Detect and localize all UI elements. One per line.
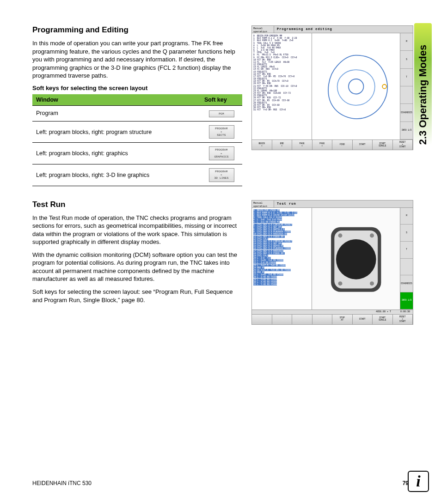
softkey-sects[interactable]: PROGRAM + SECTS	[209, 125, 234, 139]
scr-program-listing: 0 BEGIN PGM 17000 MM 1 BLK FORM 0.1 Z X-…	[252, 208, 312, 310]
svg-point-5	[338, 233, 342, 237]
svg-point-1	[382, 84, 386, 88]
scr-softkey-row: STOP AT START START SINGLE RESET + START	[252, 314, 413, 324]
sk-2[interactable]	[272, 315, 293, 324]
scr-btn-blank[interactable]	[400, 86, 413, 104]
scr-btn-blank[interactable]	[400, 259, 413, 276]
cell-window: Left: program blocks, right: 3-D line gr…	[32, 164, 201, 186]
scr-btn-m[interactable]: M	[400, 208, 413, 225]
cell-window: Left: program blocks, right: graphics	[32, 143, 201, 164]
footer-product: HEIDENHAIN iTNC 530	[32, 480, 92, 486]
heading-programming: Programming and Editing	[32, 25, 242, 35]
sk-startsingle[interactable]: START SINGLE	[373, 315, 393, 324]
scr-btn-info[interactable]: INFO 1/3	[400, 122, 413, 140]
scr-title: Programming and editing	[274, 26, 413, 33]
svg-point-4	[336, 239, 376, 279]
cell-window: Left: program blocks, right: program str…	[32, 121, 201, 143]
screenshot-testrun: Manual operation Test run 0 BEGIN PGM 17…	[251, 200, 413, 325]
th-softkey: Soft key	[201, 94, 242, 106]
sk-3[interactable]	[292, 315, 312, 324]
sk-end[interactable]: END ⬇	[272, 140, 293, 150]
sk-4[interactable]	[312, 315, 333, 324]
scr-sidebar: M S T DIAGNOSIS INFO 1/3	[400, 33, 413, 140]
sk-pageup[interactable]: PAGE ⬆	[292, 140, 312, 150]
scr-softkey-row: BEGIN ⬆ END ⬇ PAGE ⬆ PAGE ⬇ FIND START S…	[252, 140, 413, 150]
sk-start[interactable]: START	[353, 140, 373, 150]
table-row: Program PGM	[32, 105, 242, 121]
svg-point-7	[338, 281, 342, 285]
svg-point-6	[370, 233, 374, 237]
scr-program-listing: 0 BEGIN PGM EM0SEFK MM 1 BLK FORM 0.1 Z …	[252, 33, 312, 140]
sk-start[interactable]: START	[353, 315, 373, 324]
section-tab-label: 2.3 Operating Modes	[417, 45, 429, 145]
svg-point-8	[370, 281, 374, 285]
para-testrun-3: Soft keys for selecting the screen layou…	[32, 288, 242, 304]
scr-toolpath-graphic	[312, 33, 400, 140]
scr-btn-t[interactable]: T	[400, 69, 413, 86]
softkey-table: Window Soft key Program PGM Left: progra…	[32, 94, 242, 186]
sk-find[interactable]: FIND	[332, 140, 353, 150]
svg-point-0	[349, 79, 363, 94]
section-tab: 2.3 Operating Modes	[414, 23, 432, 166]
scr-3d-graphic	[312, 208, 400, 310]
section-testrun: Test Run In the Test Run mode of operati…	[32, 200, 413, 325]
cell-window: Program	[32, 105, 201, 121]
scr-sidebar: M S T DIAGNOSIS INFO 1/3	[400, 208, 413, 310]
sk-reset[interactable]: RESET + START	[393, 140, 413, 150]
softkey-3dlines[interactable]: PROGRAM + 3D LINES	[209, 168, 234, 182]
screenshot-programming: Manual operation Programming and editing…	[251, 25, 413, 150]
page-footer: HEIDENHAIN iTNC 530 79	[32, 480, 409, 486]
sk-1[interactable]	[252, 315, 272, 324]
table-row: Left: program blocks, right: 3-D line gr…	[32, 164, 242, 186]
status-left: 4056.00 + T	[376, 310, 391, 314]
para-testrun-1: In the Test Run mode of operation, the T…	[32, 214, 242, 246]
sk-startsingle[interactable]: START SINGLE	[373, 140, 393, 150]
table-row: Left: program blocks, right: graphics PR…	[32, 143, 242, 164]
sk-begin[interactable]: BEGIN ⬆	[252, 140, 272, 150]
th-window: Window	[32, 94, 201, 106]
status-right: 0:00:30	[400, 310, 410, 314]
scr-status-bar: 4056.00 + T 0:00:30	[252, 310, 413, 314]
section-programming: Programming and Editing In this mode of …	[32, 25, 413, 186]
scr-btn-info[interactable]: INFO 1/3	[400, 292, 413, 310]
subhead-softkeys: Soft keys for selecting the screen layou…	[32, 85, 242, 91]
para-testrun-2: With the dynamic collision monitoring (D…	[32, 251, 242, 283]
softkey-graphics[interactable]: PROGRAM + GRAPHICS	[209, 146, 234, 160]
scr-btn-diag[interactable]: DIAGNOSIS	[400, 104, 413, 121]
heading-testrun: Test Run	[32, 200, 242, 209]
sk-reset[interactable]: RESET + START	[393, 315, 413, 324]
table-row: Left: program blocks, right: program str…	[32, 121, 242, 143]
scr-mode: Manual operation	[252, 26, 274, 33]
scr-btn-m[interactable]: M	[400, 33, 413, 51]
scr-btn-t[interactable]: T	[400, 242, 413, 259]
info-icon: i	[408, 471, 429, 492]
scr-btn-s[interactable]: S	[400, 51, 413, 68]
sk-pagedn[interactable]: PAGE ⬇	[312, 140, 333, 150]
scr-btn-diag[interactable]: DIAGNOSIS	[400, 275, 413, 292]
scr-btn-s[interactable]: S	[400, 225, 413, 242]
softkey-pgm[interactable]: PGM	[209, 110, 234, 117]
para-programming: In this mode of operation you can write …	[32, 39, 242, 80]
scr-title: Test run	[274, 200, 413, 207]
sk-stopat[interactable]: STOP AT	[332, 315, 353, 324]
scr-mode: Manual operation	[252, 200, 274, 207]
